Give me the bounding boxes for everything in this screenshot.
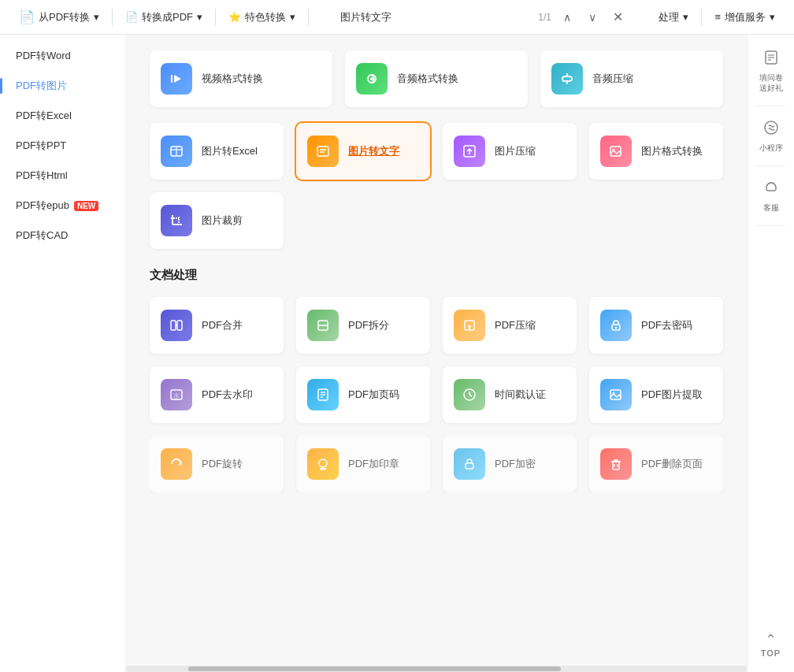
right-panel: 填问卷送好礼 小程序 客服 ⌃ TOP [747,35,794,672]
sidebar-item-pdf-epub[interactable]: PDF转epub NEW [0,191,125,221]
svg-rect-23 [177,321,182,330]
new-badge: NEW [74,201,98,211]
feature-item-pdf-rotate[interactable]: PDF旋转 [150,436,284,492]
pdf-rotate-label: PDF旋转 [202,457,243,471]
svg-text:水: 水 [173,392,180,399]
feature-item-img-compress[interactable]: 图片压缩 [443,123,577,180]
pdf-encrypt-icon [454,448,485,480]
divider-2 [215,9,216,26]
feature-item-pdf-compress[interactable]: PDF压缩 [443,297,577,354]
feature-item-pdf-stamp[interactable]: PDF加印章 [296,436,430,492]
divider-3 [308,9,309,26]
pdf-password-label: PDF去密码 [641,318,692,332]
service-icon [762,179,780,200]
pdf-split-label: PDF拆分 [348,318,389,332]
feature-item-time-stamp[interactable]: 时间戳认证 [443,366,577,423]
audio-compress-icon [551,63,583,95]
pdf-encrypt-label: PDF加密 [495,457,536,471]
to-pdf-btn[interactable]: 📄 转换成PDF ▾ [114,6,213,29]
svg-rect-44 [466,463,473,469]
search-next-btn[interactable]: ∨ [583,8,602,27]
audio-compress-label: 音频压缩 [592,72,633,86]
value-added-icon: ≡ [714,11,721,23]
sidebar-item-pdf-excel[interactable]: PDF转Excel [0,101,125,131]
feature-item-pdf-watermark[interactable]: 水 PDF去水印 [150,366,284,423]
feature-item-audio-compress[interactable]: 音频压缩 [540,50,723,107]
content-area: 视频格式转换 音频格式转换 音频压缩 图片转Exc [126,35,747,672]
pdf-merge-label: PDF合并 [202,318,243,332]
pdf-stamp-icon [307,448,339,480]
main-layout: PDF转Word PDF转图片 PDF转Excel PDF转PPT PDF转Ht… [0,35,794,672]
video-convert-icon [161,63,192,95]
feature-item-img-excel[interactable]: 图片转Excel [150,123,284,180]
sidebar-item-pdf-ppt[interactable]: PDF转PPT [0,131,125,161]
feature-item-pdf-password[interactable]: PDF去密码 [589,297,723,354]
sidebar-item-pdf-cad[interactable]: PDF转CAD [0,221,125,251]
top-btn[interactable]: ⌃ TOP [748,625,794,664]
feature-item-img-crop[interactable]: 图片裁剪 [150,192,284,249]
special-chevron: ▾ [290,11,295,23]
img-crop-icon [161,205,192,236]
to-pdf-chevron: ▾ [197,11,202,23]
survey-btn[interactable]: 填问卷送好礼 [748,43,794,99]
value-added-label: 增值服务 [725,10,766,24]
scrollbar-thumb[interactable] [188,666,561,671]
img-excel-label: 图片转Excel [202,144,258,158]
img-text-label: 图片转文字 [348,144,399,158]
from-pdf-chevron: ▾ [94,11,99,23]
feature-item-pdf-extract[interactable]: PDF图片提取 [589,366,723,423]
scrollbar-track [126,666,747,672]
pdf-compress-label: PDF压缩 [495,318,536,332]
panel-divider-3 [757,225,785,226]
search-close-btn[interactable]: ✕ [608,8,627,27]
sidebar-label-pdf-cad: PDF转CAD [16,228,68,243]
feature-item-img-format[interactable]: 图片格式转换 [589,123,723,180]
img-crop-label: 图片裁剪 [202,213,243,228]
feature-item-pdf-encrypt[interactable]: PDF加密 [443,436,577,492]
pdf-password-icon [600,310,632,341]
value-added-btn[interactable]: ≡ 增值服务 ▾ [703,6,786,29]
pdf-pagecode-icon [307,379,339,410]
video-convert-label: 视频格式转换 [202,72,263,86]
feature-item-video-convert[interactable]: 视频格式转换 [150,50,332,107]
sidebar-item-pdf-word[interactable]: PDF转Word [0,41,125,71]
search-input[interactable] [340,11,532,23]
sidebar-item-pdf-image[interactable]: PDF转图片 [0,71,125,101]
img-format-label: 图片格式转换 [641,144,703,158]
processing-btn[interactable]: 处理 ▾ [647,6,699,29]
divider-4 [701,9,702,26]
pdf-watermark-label: PDF去水印 [202,388,253,402]
top-label: TOP [761,648,781,658]
miniprogram-btn[interactable]: 小程序 [748,113,794,159]
special-icon: ⭐ [228,11,241,23]
sidebar-label-pdf-ppt: PDF转PPT [16,139,66,153]
doc-tools-grid-1: PDF合并 PDF拆分 PDF压缩 PDF去密码 [150,297,723,354]
svg-point-30 [615,327,617,329]
svg-rect-5 [562,76,572,81]
feature-item-pdf-pagecode[interactable]: PDF加页码 [296,366,430,423]
feature-item-pdf-delete[interactable]: PDF删除页面 [589,436,723,492]
survey-icon [762,49,780,70]
from-pdf-btn[interactable]: 📄 从PDF转换 ▾ [8,5,110,29]
processing-label: 处理 [659,10,679,24]
pdf-pagecode-label: PDF加页码 [348,388,399,402]
feature-item-img-text[interactable]: 图片转文字 [296,123,430,180]
time-stamp-icon [454,379,485,410]
to-pdf-icon: 📄 [125,11,138,23]
pdf-split-icon [307,310,339,341]
audio-convert-icon [356,63,388,95]
svg-rect-2 [171,75,173,83]
feature-item-pdf-split[interactable]: PDF拆分 [296,297,430,354]
processing-chevron: ▾ [683,11,688,23]
feature-item-pdf-merge[interactable]: PDF合并 [150,297,284,354]
special-convert-btn[interactable]: ⭐ 特色转换 ▾ [217,6,306,29]
pdf-delete-icon [600,448,632,480]
sidebar-item-pdf-html[interactable]: PDF转Html [0,161,125,191]
pdf-merge-icon [161,310,192,341]
sidebar-label-pdf-image: PDF转图片 [16,79,67,93]
search-prev-btn[interactable]: ∧ [558,8,577,27]
feature-item-audio-convert[interactable]: 音频格式转换 [345,50,528,107]
time-stamp-label: 时间戳认证 [495,388,546,402]
service-btn[interactable]: 客服 [748,173,794,219]
svg-point-4 [370,77,373,80]
